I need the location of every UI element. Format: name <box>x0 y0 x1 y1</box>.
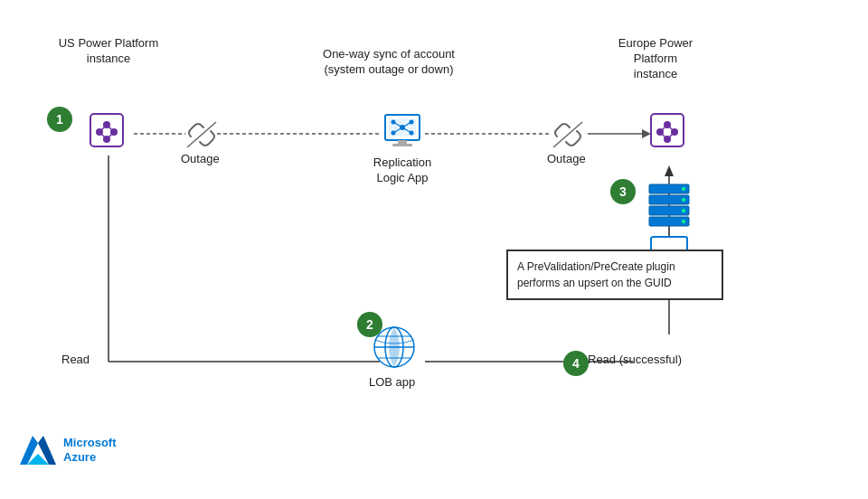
server-icon <box>646 181 693 239</box>
diagram-container: 1 US Power Platform instance Ou <box>0 0 868 499</box>
svg-point-48 <box>682 187 685 191</box>
svg-rect-32 <box>398 140 407 144</box>
outage1-label: Outage <box>181 152 220 167</box>
outage2-icon <box>552 120 584 155</box>
read-successful-label: Read (successful) <box>588 353 682 368</box>
svg-marker-9 <box>665 165 674 176</box>
step-3-circle: 3 <box>610 179 636 204</box>
replication-logic-app-icon <box>378 104 427 156</box>
read-label: Read <box>61 353 90 368</box>
plugin-box: A PreValidation/PreCreate plugin perform… <box>506 250 723 300</box>
step-1-circle: 1 <box>47 107 72 132</box>
azure-label-line2: Azure <box>63 450 117 465</box>
azure-label-line1: Microsoft <box>63 436 117 450</box>
europe-instance-title: Europe Power Platform instance <box>597 36 714 82</box>
step-4-circle: 4 <box>563 351 589 376</box>
us-instance-title: US Power Platform instance <box>54 36 163 67</box>
svg-rect-33 <box>392 144 412 146</box>
outage2-label: Outage <box>547 152 586 167</box>
outage1-icon <box>185 120 218 155</box>
replication-logic-app-label: Replication Logic App <box>369 155 436 186</box>
us-powerplatform-icon <box>83 107 130 154</box>
lob-app-icon <box>371 324 418 374</box>
azure-logo: Microsoft Azure <box>20 434 117 466</box>
svg-point-49 <box>682 198 685 202</box>
svg-point-51 <box>682 220 685 223</box>
sync-label: One-way sync of account(system outage or… <box>298 47 479 78</box>
svg-point-50 <box>682 209 685 212</box>
europe-powerplatform-icon <box>644 107 691 154</box>
lob-app-label: LOB app <box>369 375 415 391</box>
